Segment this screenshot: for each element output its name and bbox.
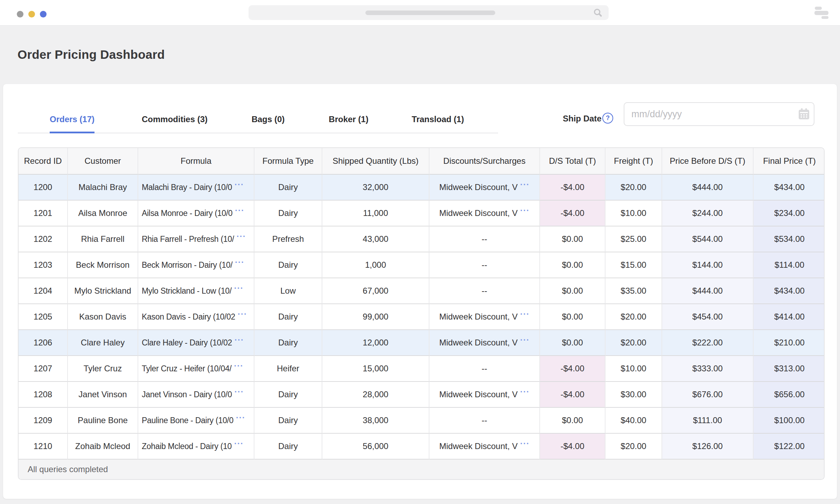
tab-bags[interactable]: Bags (0) <box>252 114 285 133</box>
table-row[interactable]: 1208Janet VinsonJanet Vinson - Dairy (10… <box>19 382 825 408</box>
column-header-discounts-surcharges[interactable]: Discounts/Surcharges <box>429 148 540 175</box>
column-header-d-s-total-t[interactable]: D/S Total (T) <box>540 148 606 175</box>
search-icon[interactable] <box>593 7 603 19</box>
cell-shipped-quantity: 99,000 <box>322 304 429 330</box>
column-header-formula-type[interactable]: Formula Type <box>254 148 322 175</box>
expand-ellipsis-icon[interactable]: ··· <box>520 205 530 215</box>
cell-formula-type: Dairy <box>254 304 322 330</box>
expand-ellipsis-icon[interactable]: ··· <box>520 335 530 344</box>
expand-ellipsis-icon[interactable]: ··· <box>520 387 530 396</box>
cell-price-before: $676.00 <box>662 382 754 408</box>
cell-formula: Beck Morrison - Dairy (10/··· <box>138 252 254 278</box>
tab-commodities[interactable]: Commodities (3) <box>142 114 208 133</box>
help-question-icon[interactable]: ? <box>602 113 613 124</box>
cell-ds-total: $0.00 <box>540 408 606 434</box>
cell-price-before: $244.00 <box>662 201 754 226</box>
table-row[interactable]: 1207Tyler CruzTyler Cruz - Heifer (10/04… <box>19 356 825 382</box>
expand-ellipsis-icon[interactable]: ··· <box>235 257 244 267</box>
expand-ellipsis-icon[interactable]: ··· <box>234 283 244 293</box>
column-header-customer[interactable]: Customer <box>68 148 138 175</box>
cell-record-id: 1201 <box>19 201 68 226</box>
cell-freight: $25.00 <box>606 226 662 252</box>
ship-date-input[interactable] <box>624 102 814 126</box>
cell-freight: $20.00 <box>606 434 662 460</box>
cell-price-before: $333.00 <box>662 356 754 382</box>
table-row[interactable]: 1203Beck MorrisonBeck Morrison - Dairy (… <box>19 252 825 278</box>
cell-price-before: $144.00 <box>662 252 754 278</box>
cell-formula-type: Low <box>254 278 322 304</box>
table-row[interactable]: 1209Pauline BonePauline Bone - Dairy (10… <box>19 408 825 434</box>
cell-customer: Ailsa Monroe <box>68 201 138 226</box>
expand-ellipsis-icon[interactable]: ··· <box>234 439 244 448</box>
window-dot-yellow-icon[interactable] <box>28 11 35 18</box>
column-header-record-id[interactable]: Record ID <box>19 148 68 175</box>
cell-ds-total: -$4.00 <box>540 382 606 408</box>
expand-ellipsis-icon[interactable]: ··· <box>234 335 244 344</box>
cell-discounts: Midweek Discount, V··· <box>429 201 540 226</box>
cell-discounts: -- <box>429 278 540 304</box>
cell-ds-total: -$4.00 <box>540 356 606 382</box>
cell-freight: $40.00 <box>606 408 662 434</box>
table-row[interactable]: 1202Rhia FarrellRhia Farrell - Prefresh … <box>19 226 825 252</box>
tab-transload[interactable]: Transload (1) <box>412 114 464 133</box>
table-row[interactable]: 1206Clare HaleyClare Haley - Dairy (10/0… <box>19 330 825 356</box>
window-menu-icon[interactable] <box>814 7 828 19</box>
table-row[interactable]: 1210Zohaib McleodZohaib Mcleod - Dairy (… <box>19 434 825 460</box>
cell-shipped-quantity: 32,000 <box>322 175 429 201</box>
calendar-icon[interactable] <box>797 107 811 121</box>
cell-freight: $30.00 <box>606 382 662 408</box>
expand-ellipsis-icon[interactable]: ··· <box>235 205 244 215</box>
tab-strip: Orders (17) Commodities (3) Bags (0) Bro… <box>18 84 498 133</box>
column-header-freight-t[interactable]: Freight (T) <box>606 148 662 175</box>
cell-formula: Ailsa Monroe - Dairy (10/0··· <box>138 201 254 226</box>
cell-customer: Beck Morrison <box>68 252 138 278</box>
table-row[interactable]: 1204Mylo StricklandMylo Strickland - Low… <box>19 278 825 304</box>
table-row[interactable]: 1205Kason DavisKason Davis - Dairy (10/0… <box>19 304 825 330</box>
window-dot-gray-icon[interactable] <box>17 11 23 18</box>
cell-shipped-quantity: 43,000 <box>322 226 429 252</box>
window-dot-blue-icon[interactable] <box>40 11 47 18</box>
cell-ds-total: $0.00 <box>540 252 606 278</box>
expand-ellipsis-icon[interactable]: ··· <box>520 309 530 318</box>
expand-ellipsis-icon[interactable]: ··· <box>238 309 247 318</box>
cell-ds-total: $0.00 <box>540 330 606 356</box>
tab-broker[interactable]: Broker (1) <box>329 114 368 133</box>
table-row[interactable]: 1200Malachi BrayMalachi Bray - Dairy (10… <box>19 175 825 201</box>
expand-ellipsis-icon[interactable]: ··· <box>234 180 244 189</box>
cell-shipped-quantity: 38,000 <box>322 408 429 434</box>
cell-record-id: 1202 <box>19 226 68 252</box>
cell-shipped-quantity: 67,000 <box>322 278 429 304</box>
cell-final-price: $656.00 <box>754 382 825 408</box>
cell-formula: Mylo Strickland - Low (10/··· <box>138 278 254 304</box>
cell-freight: $35.00 <box>606 278 662 304</box>
expand-ellipsis-icon[interactable]: ··· <box>520 439 530 448</box>
cell-formula: Rhia Farrell - Prefresh (10/··· <box>138 226 254 252</box>
column-header-shipped-quantity-lbs[interactable]: Shipped Quantity (Lbs) <box>322 148 429 175</box>
column-header-formula[interactable]: Formula <box>138 148 254 175</box>
tab-orders[interactable]: Orders (17) <box>50 114 94 133</box>
cell-freight: $15.00 <box>606 252 662 278</box>
cell-customer: Kason Davis <box>68 304 138 330</box>
cell-price-before: $126.00 <box>662 434 754 460</box>
cell-freight: $20.00 <box>606 304 662 330</box>
cell-formula-type: Dairy <box>254 175 322 201</box>
cell-price-before: $222.00 <box>662 330 754 356</box>
address-bar[interactable] <box>248 5 609 20</box>
expand-ellipsis-icon[interactable]: ··· <box>520 180 530 189</box>
expand-ellipsis-icon[interactable]: ··· <box>237 231 246 241</box>
expand-ellipsis-icon[interactable]: ··· <box>234 361 243 370</box>
cell-discounts: -- <box>429 252 540 278</box>
cell-formula-type: Dairy <box>254 201 322 226</box>
page-title: Order Pricing Dashboard <box>18 48 165 62</box>
column-header-price-before-d-s-t[interactable]: Price Before D/S (T) <box>662 148 754 175</box>
cell-ds-total: $0.00 <box>540 278 606 304</box>
column-header-final-price-t[interactable]: Final Price (T) <box>754 148 825 175</box>
cell-final-price: $100.00 <box>754 408 825 434</box>
expand-ellipsis-icon[interactable]: ··· <box>236 413 245 422</box>
table-row[interactable]: 1201Ailsa MonroeAilsa Monroe - Dairy (10… <box>19 201 825 226</box>
cell-customer: Malachi Bray <box>68 175 138 201</box>
cell-final-price: $114.00 <box>754 252 825 278</box>
expand-ellipsis-icon[interactable]: ··· <box>234 387 244 396</box>
cell-freight: $20.00 <box>606 330 662 356</box>
cell-freight: $10.00 <box>606 201 662 226</box>
